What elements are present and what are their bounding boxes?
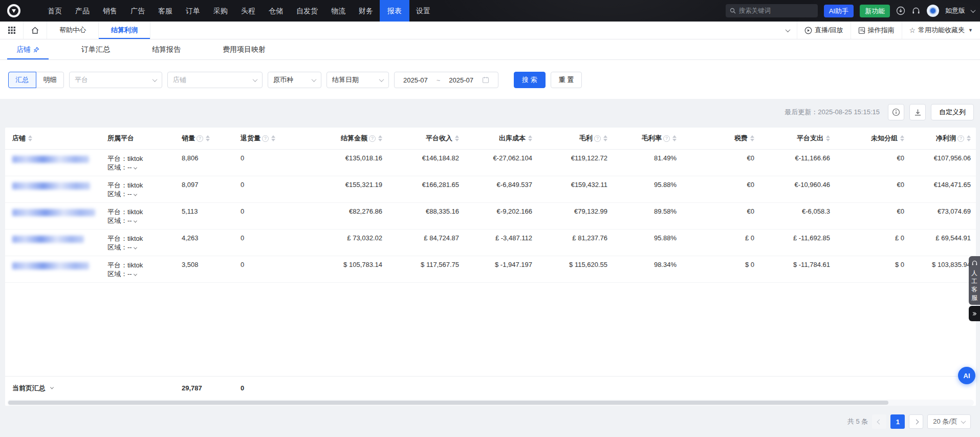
col-header-gross-profit[interactable]: 毛利?	[536, 134, 612, 143]
next-page-button[interactable]	[909, 414, 923, 429]
home-tab-icon[interactable]	[24, 22, 47, 39]
shop-name-blurred[interactable]	[5, 150, 102, 176]
version-label[interactable]: 如意版	[945, 6, 965, 15]
global-search[interactable]	[726, 4, 818, 17]
nav-item-finance[interactable]: 财务	[352, 0, 380, 22]
sort-icon[interactable]	[967, 135, 971, 141]
settlement-date-range[interactable]: 2025-07 ~ 2025-07	[394, 72, 498, 88]
sort-icon[interactable]	[528, 135, 532, 141]
nav-item-first-leg[interactable]: 头程	[234, 0, 262, 22]
horizontal-scrollbar[interactable]	[7, 400, 974, 406]
version-chevron-down-icon[interactable]	[971, 8, 976, 13]
col-header-tax[interactable]: 税费	[681, 134, 758, 143]
col-header-settlement-amount[interactable]: 结算金额?	[294, 134, 386, 143]
summary-expand-chevron-icon[interactable]	[50, 386, 54, 389]
region-expand-chevron-icon[interactable]	[134, 166, 137, 170]
col-header-gross-margin[interactable]: 毛利率?	[612, 134, 681, 143]
sort-icon[interactable]	[826, 135, 830, 141]
subtab-fee-mapping[interactable]: 费用项目映射	[213, 39, 275, 59]
user-avatar[interactable]	[927, 5, 939, 17]
nav-item-customer-service[interactable]: 客服	[151, 0, 179, 22]
summary-label[interactable]: 当前页汇总	[5, 384, 102, 393]
mode-summary-button[interactable]: 汇总	[8, 72, 36, 88]
nav-item-warehouse[interactable]: 仓储	[262, 0, 290, 22]
sort-icon[interactable]	[206, 135, 210, 141]
col-header-outbound-cost[interactable]: 出库成本	[463, 134, 536, 143]
currency-select[interactable]: 原币种	[268, 72, 321, 88]
date-to-value[interactable]: 2025-07	[449, 76, 473, 84]
human-support-button[interactable]: 人工客服	[969, 256, 980, 305]
app-logo-icon[interactable]	[7, 4, 20, 17]
page-number-button[interactable]: 1	[890, 414, 905, 429]
shop-select[interactable]: 店铺	[167, 72, 263, 88]
sort-icon[interactable]	[603, 135, 607, 141]
panel-collapse-button[interactable]	[969, 306, 980, 321]
sort-icon[interactable]	[378, 135, 382, 141]
sort-icon[interactable]	[28, 135, 32, 141]
nav-item-purchasing[interactable]: 采购	[207, 0, 234, 22]
subtab-shop[interactable]: 店铺	[7, 39, 49, 59]
ai-assistant-button[interactable]: AI助手	[824, 5, 854, 17]
col-header-return-qty[interactable]: 退货量?	[235, 134, 294, 143]
nav-item-sales[interactable]: 销售	[96, 0, 124, 22]
region-expand-chevron-icon[interactable]	[134, 193, 137, 196]
date-from-value[interactable]: 2025-07	[403, 76, 428, 84]
sort-icon[interactable]	[271, 135, 275, 141]
favorites-link[interactable]: ☆ 常用功能收藏夹 ▼	[902, 22, 980, 39]
horizontal-scrollbar-thumb[interactable]	[8, 401, 888, 405]
help-icon[interactable]: ?	[197, 135, 203, 142]
live-replay-link[interactable]: 直播/回放	[797, 22, 851, 39]
nav-item-settings[interactable]: 设置	[409, 0, 437, 22]
region-expand-chevron-icon[interactable]	[134, 219, 137, 223]
sort-icon[interactable]	[750, 135, 754, 141]
date-type-select[interactable]: 结算日期	[326, 72, 389, 88]
nav-item-logistics[interactable]: 物流	[324, 0, 352, 22]
help-icon[interactable]: ?	[262, 135, 269, 142]
headset-support-icon[interactable]	[911, 6, 921, 15]
tab-help-center[interactable]: 帮助中心	[47, 22, 99, 39]
mode-detail-button[interactable]: 明细	[36, 72, 64, 88]
customize-columns-button[interactable]: 自定义列	[931, 104, 974, 120]
nav-item-orders[interactable]: 订单	[179, 0, 207, 22]
sort-icon[interactable]	[672, 135, 677, 141]
help-icon[interactable]: ?	[369, 135, 376, 142]
app-launcher-grid-icon[interactable]	[0, 22, 24, 39]
info-button[interactable]	[888, 104, 904, 120]
shop-name-blurred[interactable]	[5, 256, 102, 282]
col-header-platform-expense[interactable]: 平台支出	[758, 134, 834, 143]
nav-item-reports[interactable]: 报表	[380, 0, 409, 22]
help-icon[interactable]: ?	[957, 135, 964, 142]
operation-guide-link[interactable]: 操作指南	[851, 22, 902, 39]
tabs-collapse-chevron-icon[interactable]	[779, 29, 797, 32]
region-expand-chevron-icon[interactable]	[134, 246, 137, 249]
col-header-net-profit[interactable]: 净利润?	[908, 134, 975, 143]
reset-button[interactable]: 重 置	[551, 72, 582, 88]
help-icon[interactable]: ?	[663, 135, 670, 142]
ai-assistant-fab[interactable]: AI	[958, 367, 975, 384]
search-input[interactable]	[739, 7, 811, 14]
col-header-sales-qty[interactable]: 销量?	[177, 134, 235, 143]
subtab-settlement-report[interactable]: 结算报告	[143, 39, 190, 59]
nav-item-products[interactable]: 产品	[69, 0, 96, 22]
col-header-platform-income[interactable]: 平台收入	[386, 134, 463, 143]
new-features-button[interactable]: 新功能	[860, 5, 890, 17]
sort-icon[interactable]	[455, 135, 459, 141]
col-header-unknown-group[interactable]: 未知分组	[834, 134, 908, 143]
shop-name-blurred[interactable]	[5, 176, 102, 202]
shop-name-blurred[interactable]	[5, 203, 102, 229]
shop-name-blurred[interactable]	[5, 230, 102, 256]
tab-settlement-profit[interactable]: 结算利润	[99, 22, 150, 39]
platform-select[interactable]: 平台	[69, 72, 162, 88]
nav-item-ads[interactable]: 广告	[124, 0, 151, 22]
col-header-shop[interactable]: 店铺	[5, 134, 102, 143]
nav-item-self-shipping[interactable]: 自发货	[290, 0, 324, 22]
page-size-select[interactable]: 20 条/页	[927, 414, 971, 429]
nav-item-home[interactable]: 首页	[41, 0, 69, 22]
region-expand-chevron-icon[interactable]	[134, 273, 137, 276]
export-download-button[interactable]	[909, 104, 926, 120]
prev-page-button[interactable]	[872, 414, 886, 429]
help-icon[interactable]: ?	[594, 135, 601, 142]
download-center-icon[interactable]	[896, 6, 905, 15]
subtab-order-summary[interactable]: 订单汇总	[72, 39, 119, 59]
search-button[interactable]: 搜 索	[514, 72, 546, 88]
